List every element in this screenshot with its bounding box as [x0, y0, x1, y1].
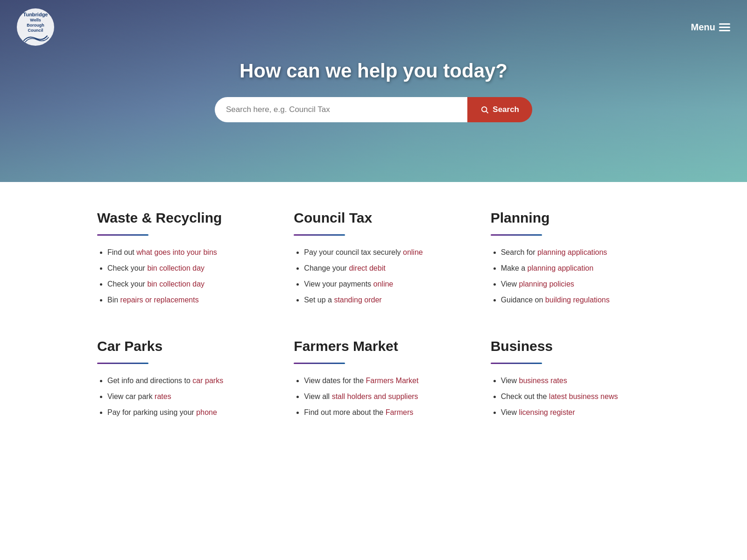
service-link[interactable]: standing order	[334, 296, 381, 304]
service-list-planning: Search for planning applicationsMake a p…	[491, 247, 650, 306]
search-input[interactable]	[215, 97, 467, 122]
service-section-car-parks: Car ParksGet info and directions to car …	[97, 338, 256, 423]
list-item: Get info and directions to car parks	[107, 375, 256, 386]
list-item: Find out what goes into your bins	[107, 247, 256, 258]
list-item: View dates for the Farmers Market	[304, 375, 453, 386]
service-list-car-parks: Get info and directions to car parksView…	[97, 375, 256, 418]
main-content: Waste & RecyclingFind out what goes into…	[75, 182, 672, 441]
service-link[interactable]: planning application	[528, 264, 593, 272]
service-link[interactable]: bin collection day	[147, 280, 204, 288]
service-heading-business: Business	[491, 338, 650, 354]
service-list-business: View business ratesCheck out the latest …	[491, 375, 650, 418]
logo-text-line4: Council	[23, 28, 48, 33]
list-item: Check your bin collection day	[107, 279, 256, 290]
list-item: Pay your council tax securely online	[304, 247, 453, 258]
service-divider-waste-recycling	[97, 234, 148, 236]
list-item: Make a planning application	[501, 263, 650, 274]
service-heading-farmers-market: Farmers Market	[294, 338, 453, 354]
list-item: Search for planning applications	[501, 247, 650, 258]
logo: Tunbridge Wells Borough Council	[17, 8, 54, 46]
hero-content: How can we help you today? Search	[0, 60, 747, 122]
service-heading-waste-recycling: Waste & Recycling	[97, 210, 256, 226]
list-item: Pay for parking using your phone	[107, 407, 256, 418]
list-item: Check out the latest business news	[501, 391, 650, 402]
service-list-waste-recycling: Find out what goes into your binsCheck y…	[97, 247, 256, 306]
service-section-waste-recycling: Waste & RecyclingFind out what goes into…	[97, 210, 256, 310]
service-list-farmers-market: View dates for the Farmers MarketView al…	[294, 375, 453, 418]
svg-line-1	[486, 111, 488, 113]
hero-section: Tunbridge Wells Borough Council Menu	[0, 0, 747, 182]
list-item: View licensing register	[501, 407, 650, 418]
service-link[interactable]: rates	[155, 392, 171, 400]
list-item: Check your bin collection day	[107, 263, 256, 274]
service-divider-business	[491, 363, 542, 364]
logo-text-line1: Tunbridge	[23, 12, 48, 18]
search-bar: Search	[215, 97, 532, 122]
service-link[interactable]: building regulations	[545, 296, 610, 304]
logo-container: Tunbridge Wells Borough Council	[17, 8, 54, 46]
service-divider-farmers-market	[294, 363, 345, 364]
service-link[interactable]: repairs or replacements	[120, 296, 199, 304]
service-link[interactable]: bin collection day	[147, 264, 204, 272]
service-section-council-tax: Council TaxPay your council tax securely…	[294, 210, 453, 310]
service-heading-planning: Planning	[491, 210, 650, 226]
service-link[interactable]: Farmers Market	[366, 377, 419, 385]
service-link[interactable]: business rates	[519, 377, 567, 385]
service-link[interactable]: latest business news	[549, 392, 618, 400]
search-button-label: Search	[493, 105, 519, 114]
hamburger-icon	[719, 23, 730, 31]
list-item: Set up a standing order	[304, 294, 453, 306]
service-link[interactable]: what goes into your bins	[136, 248, 217, 256]
service-link[interactable]: stall holders and suppliers	[332, 392, 418, 400]
list-item: View car park rates	[107, 391, 256, 402]
service-link[interactable]: planning applications	[537, 248, 607, 256]
list-item: Bin repairs or replacements	[107, 294, 256, 306]
list-item: Guidance on building regulations	[501, 294, 650, 306]
service-section-business: BusinessView business ratesCheck out the…	[491, 338, 650, 423]
service-section-farmers-market: Farmers MarketView dates for the Farmers…	[294, 338, 453, 423]
service-link[interactable]: planning policies	[519, 280, 574, 288]
service-link[interactable]: online	[374, 280, 394, 288]
service-link[interactable]: direct debit	[349, 264, 385, 272]
navbar: Tunbridge Wells Borough Council Menu	[0, 0, 747, 54]
list-item: Find out more about the Farmers	[304, 407, 453, 418]
logo-text-line2: Wells	[23, 18, 48, 23]
service-heading-council-tax: Council Tax	[294, 210, 453, 226]
service-divider-planning	[491, 234, 542, 236]
hero-title: How can we help you today?	[240, 60, 507, 82]
logo-text-line3: Borough	[23, 23, 48, 28]
list-item: View your payments online	[304, 279, 453, 290]
list-item: View all stall holders and suppliers	[304, 391, 453, 402]
search-button[interactable]: Search	[467, 97, 532, 122]
service-link[interactable]: licensing register	[519, 408, 575, 416]
list-item: View planning policies	[501, 279, 650, 290]
service-link[interactable]: car parks	[192, 377, 223, 385]
services-grid: Waste & RecyclingFind out what goes into…	[97, 210, 650, 423]
service-section-planning: PlanningSearch for planning applications…	[491, 210, 650, 310]
list-item: View business rates	[501, 375, 650, 386]
service-link[interactable]: online	[403, 248, 423, 256]
service-divider-car-parks	[97, 363, 148, 364]
logo-swirl-icon	[21, 34, 49, 42]
service-list-council-tax: Pay your council tax securely onlineChan…	[294, 247, 453, 306]
service-link[interactable]: Farmers	[386, 408, 414, 416]
menu-button[interactable]: Menu	[691, 22, 730, 33]
service-divider-council-tax	[294, 234, 345, 236]
svg-point-0	[482, 107, 487, 112]
service-heading-car-parks: Car Parks	[97, 338, 256, 354]
service-link[interactable]: phone	[196, 408, 217, 416]
search-icon	[480, 105, 489, 114]
menu-label: Menu	[691, 22, 715, 33]
list-item: Change your direct debit	[304, 263, 453, 274]
